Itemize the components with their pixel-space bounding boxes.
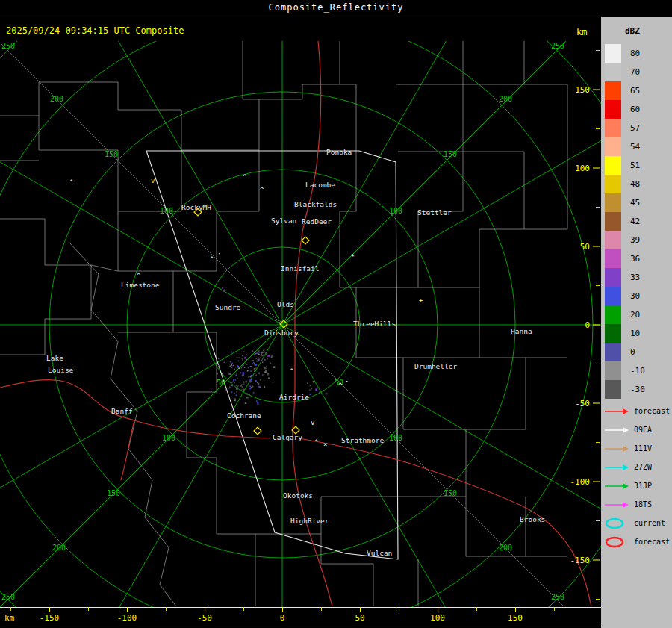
precip-pixel: [257, 382, 258, 383]
ring-distance-label: 250: [551, 593, 564, 601]
bottom-axis-tick: [360, 608, 361, 612]
colorbar-value: 60: [630, 105, 640, 114]
ring-distance-label: 150: [444, 489, 457, 497]
precip-pixel: [256, 400, 258, 401]
precip-pixel: [267, 355, 270, 357]
bottom-axis-label: -150: [40, 613, 60, 623]
colorbar-swatch: [605, 100, 621, 119]
right-axis-label: 0: [585, 320, 590, 330]
precip-pixel: [326, 394, 328, 395]
precip-pixel: [243, 384, 245, 385]
legend-item: 09EA: [604, 420, 670, 439]
colorbar-entry: 10: [605, 324, 645, 343]
city-label: Cochrane: [227, 411, 261, 420]
precip-pixel: [311, 393, 312, 394]
precip-pixel: [234, 379, 236, 381]
precip-pixel: [310, 385, 311, 387]
legend-item: forecast: [604, 402, 670, 420]
precip-pixel: [237, 357, 238, 358]
precip-pixel: [309, 389, 311, 391]
map-marker: ^: [314, 438, 319, 446]
legend-item: 18TS: [604, 495, 670, 514]
colorbar-value: 10: [630, 329, 640, 338]
legend-item: current: [604, 514, 670, 532]
right-axis-label: 50: [580, 242, 590, 252]
colorbar-value: 30: [630, 291, 640, 301]
right-axis-label: -100: [570, 477, 591, 487]
precip-pixel: [248, 367, 249, 369]
precip-pixel: [237, 361, 239, 362]
precip-pixel: [258, 404, 259, 405]
bottom-axis-tick: [515, 608, 516, 612]
colorbar-entry: 33: [605, 268, 645, 287]
colorbar-swatch: [605, 249, 621, 268]
legend-label: 27ZW: [634, 463, 652, 471]
city-label: Strathmore: [341, 436, 384, 444]
precip-pixel: [244, 357, 246, 359]
precip-pixel: [241, 384, 243, 385]
precip-pixel: [228, 388, 230, 389]
precip-pixel: [231, 391, 233, 393]
map-marker: ^: [137, 272, 141, 279]
colorbar-value: 70: [630, 67, 640, 77]
map-marker: *: [351, 253, 355, 261]
precip-pixel: [231, 367, 233, 369]
bottom-axis-minor-tick: [243, 608, 244, 611]
colorbar-title: dBZ: [625, 26, 640, 36]
precip-pixel: [249, 379, 250, 380]
ring-distance-label: 150: [444, 150, 457, 158]
precip-pixel: [256, 358, 258, 360]
city-label: Didsbury: [264, 329, 299, 337]
city-label: Limestone: [121, 281, 160, 289]
precip-pixel: [238, 368, 240, 370]
precip-pixel: [264, 367, 267, 370]
city-label: Ponoka: [326, 148, 352, 156]
radar-app-window: Composite_Reflectivity 2025/09/24 09:34:…: [0, 0, 672, 628]
legend-item: 111V: [604, 439, 670, 458]
right-axis-label: -50: [575, 399, 590, 408]
bottom-axis-minor-tick: [321, 608, 322, 611]
map-marker: +: [419, 296, 423, 304]
ring-distance-label: 250: [1, 42, 15, 50]
precip-pixel: [244, 367, 246, 368]
colorbar-swatch: [605, 305, 621, 324]
precip-pixel: [264, 386, 266, 388]
precip-pixel: [238, 385, 240, 386]
legend-item: 27ZW: [604, 458, 670, 476]
map-marker: v: [151, 177, 155, 184]
precip-pixel: [264, 352, 266, 353]
city-label: Banff: [111, 407, 133, 415]
precip-pixel: [231, 363, 233, 364]
precip-pixel: [236, 375, 237, 376]
precip-pixel: [268, 378, 270, 379]
bottom-axis-label: 100: [430, 613, 445, 623]
precip-pixel: [263, 350, 264, 352]
precip-pixel: [258, 373, 260, 375]
ring-distance-label: 200: [52, 544, 66, 552]
precip-pixel: [225, 389, 227, 391]
bottom-axis-tick: [205, 608, 205, 612]
precip-pixel: [255, 375, 257, 376]
radar-map: 2502001501002502001501002502001501005025…: [0, 41, 601, 607]
precip-pixel: [242, 386, 243, 388]
colorbar-value: 51: [630, 161, 640, 170]
precip-pixel: [246, 381, 248, 383]
precip-pixel: [246, 393, 248, 395]
precip-pixel: [253, 392, 255, 394]
precip-pixel: [255, 367, 257, 369]
ring-distance-label: 150: [105, 150, 118, 158]
colorbar-entry: 42: [605, 212, 645, 231]
radar-sector-outline: [146, 151, 398, 559]
legend-label: forecast: [634, 407, 670, 415]
colorbar-entry: 60: [605, 100, 645, 119]
city-label: Airdrie: [279, 393, 309, 401]
colorbar-swatch: [605, 287, 621, 305]
precip-pixel: [217, 373, 218, 375]
precip-pixel: [258, 358, 260, 360]
right-axis-unit-label: km: [576, 27, 587, 37]
colorbar-swatch: [605, 193, 621, 212]
precip-pixel: [252, 360, 254, 361]
right-axis-label: 150: [575, 85, 590, 95]
map-marker: ·: [217, 250, 221, 258]
colorbar-value: 0: [630, 347, 635, 357]
